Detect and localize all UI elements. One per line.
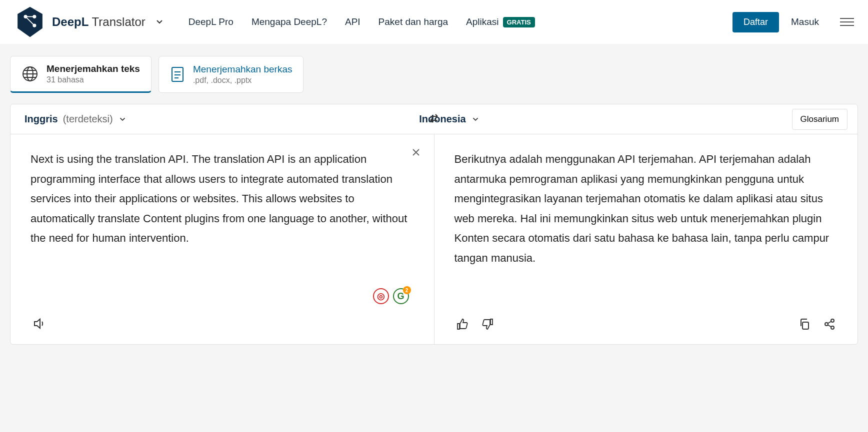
language-bar: Inggris (terdeteksi) Indonesia Glosarium xyxy=(10,104,858,134)
thumbs-up-icon xyxy=(456,318,468,330)
translator-panel: Inggris (terdeteksi) Indonesia Glosarium… xyxy=(10,104,858,345)
hamburger-menu-icon[interactable] xyxy=(840,18,854,26)
source-lang-label: Inggris xyxy=(24,113,58,125)
tab-text-title: Menerjemahkan teks xyxy=(46,63,140,74)
glossary-button[interactable]: Glosarium xyxy=(792,109,848,130)
nav: DeepL Pro Mengapa DeepL? API Paket dan h… xyxy=(188,16,535,27)
nav-apps[interactable]: Aplikasi GRATIS xyxy=(466,16,535,27)
source-lang-detected: (terdeteksi) xyxy=(63,113,113,125)
tab-translate-text[interactable]: Menerjemahkan teks 31 bahasa xyxy=(10,56,152,93)
swap-languages-button[interactable] xyxy=(424,108,444,131)
chevron-down-icon xyxy=(118,115,127,124)
copy-button[interactable] xyxy=(796,316,812,334)
svg-point-17 xyxy=(831,319,834,322)
nav-api[interactable]: API xyxy=(345,16,360,27)
svg-point-16 xyxy=(825,323,828,326)
header-right: Daftar Masuk xyxy=(732,12,854,32)
share-icon xyxy=(824,318,836,330)
tab-translate-files[interactable]: Menerjemahkan berkas .pdf, .docx, .pptx xyxy=(158,56,304,93)
mode-tabs: Menerjemahkan teks 31 bahasa Menerjemahk… xyxy=(0,44,868,93)
document-icon xyxy=(170,66,185,83)
nav-apps-label: Aplikasi xyxy=(466,16,498,27)
translation-panes: Next is using the translation API. The t… xyxy=(10,134,858,344)
source-text[interactable]: Next is using the translation API. The t… xyxy=(30,149,414,306)
svg-marker-0 xyxy=(18,7,42,37)
signup-button[interactable]: Daftar xyxy=(732,12,779,32)
brand-text: DeepL Translator xyxy=(52,15,146,29)
tab-text-sub: 31 bahasa xyxy=(46,75,140,84)
share-button[interactable] xyxy=(822,316,838,334)
svg-point-18 xyxy=(831,326,834,329)
free-badge: GRATIS xyxy=(503,17,535,27)
grammarly-extension-icon[interactable]: G2 xyxy=(393,288,409,304)
header: DeepL Translator DeepL Pro Mengapa DeepL… xyxy=(0,0,868,44)
brand-light: Translator xyxy=(92,15,146,28)
target-pane: Berikutnya adalah menggunakan API terjem… xyxy=(434,134,858,344)
swap-icon xyxy=(428,112,440,125)
thumbs-up-button[interactable] xyxy=(454,316,470,334)
grammarly-count: 2 xyxy=(403,286,411,294)
tab-files-sub: .pdf, .docx, .pptx xyxy=(193,76,292,85)
tab-files-title: Menerjemahkan berkas xyxy=(193,64,292,75)
nav-pro[interactable]: DeepL Pro xyxy=(188,16,234,27)
target-text: Berikutnya adalah menggunakan API terjem… xyxy=(454,149,838,307)
extension-icons: ◎ G2 xyxy=(373,288,409,304)
target-extension-icon[interactable]: ◎ xyxy=(373,288,389,304)
svg-line-20 xyxy=(828,325,832,327)
copy-icon xyxy=(798,318,810,330)
target-footer xyxy=(454,307,838,334)
login-link[interactable]: Masuk xyxy=(791,16,819,27)
target-language-selector[interactable]: Indonesia xyxy=(397,104,792,134)
close-icon xyxy=(411,147,421,157)
main: Menerjemahkan teks 31 bahasa Menerjemahk… xyxy=(0,44,868,355)
source-footer xyxy=(30,306,414,334)
nav-pricing[interactable]: Paket dan harga xyxy=(378,16,448,27)
clear-source-button[interactable] xyxy=(411,147,421,159)
speaker-icon xyxy=(32,317,46,330)
source-language-selector[interactable]: Inggris (terdeteksi) xyxy=(10,104,397,134)
listen-source-button[interactable] xyxy=(30,315,48,334)
thumbs-down-icon xyxy=(482,318,494,330)
deepl-logo-icon xyxy=(14,6,46,38)
chevron-down-icon[interactable] xyxy=(154,17,164,27)
svg-rect-15 xyxy=(802,322,808,329)
source-pane: Next is using the translation API. The t… xyxy=(10,134,434,344)
chevron-down-icon xyxy=(471,115,480,124)
svg-line-19 xyxy=(828,322,832,324)
globe-icon xyxy=(22,65,38,82)
nav-why[interactable]: Mengapa DeepL? xyxy=(252,16,327,27)
brand-bold: DeepL xyxy=(52,15,88,28)
brand-area[interactable]: DeepL Translator xyxy=(14,6,164,38)
thumbs-down-button[interactable] xyxy=(480,316,496,334)
